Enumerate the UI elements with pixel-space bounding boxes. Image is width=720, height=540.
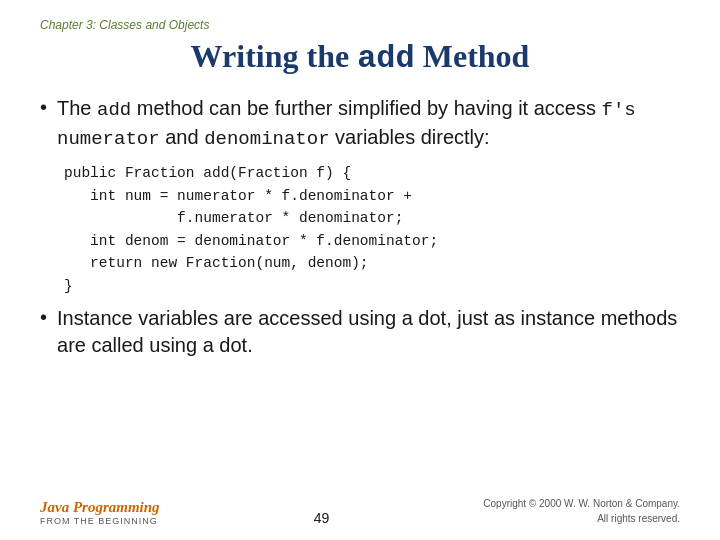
chapter-label: Chapter 3: Classes and Objects (40, 18, 680, 32)
bullet-dot-2: • (40, 306, 47, 329)
copyright-line1: Copyright © 2000 W. W. Norton & Company. (483, 498, 680, 509)
code-numerator: numerator (57, 128, 160, 150)
footer-copyright: Copyright © 2000 W. W. Norton & Company.… (483, 496, 680, 526)
slide-title: Writing the add Method (40, 38, 680, 77)
footer: Java Programming FROM THE BEGINNING 49 C… (40, 496, 680, 526)
footer-brand-subtitle: FROM THE BEGINNING (40, 516, 160, 526)
code-block: public Fraction add(Fraction f) { int nu… (64, 162, 680, 297)
bullet-section: • The add method can be further simplifi… (40, 95, 680, 359)
slide: Chapter 3: Classes and Objects Writing t… (0, 0, 720, 540)
title-code: add (357, 40, 415, 77)
footer-brand: Java Programming FROM THE BEGINNING (40, 499, 160, 526)
code-denominator: denominator (204, 128, 329, 150)
bullet-item-2: • Instance variables are accessed using … (40, 305, 680, 359)
footer-brand-title: Java Programming (40, 499, 160, 516)
code-add: add (97, 99, 131, 121)
bullet-item-1: • The add method can be further simplifi… (40, 95, 680, 152)
code-fs: f's (602, 99, 636, 121)
copyright-line2: All rights reserved. (597, 513, 680, 524)
bullet-text-2: Instance variables are accessed using a … (57, 305, 680, 359)
title-suffix: Method (415, 38, 530, 74)
footer-page-number: 49 (160, 510, 484, 526)
title-prefix: Writing the (191, 38, 358, 74)
bullet-dot-1: • (40, 96, 47, 119)
bullet-text-1: The add method can be further simplified… (57, 95, 680, 152)
